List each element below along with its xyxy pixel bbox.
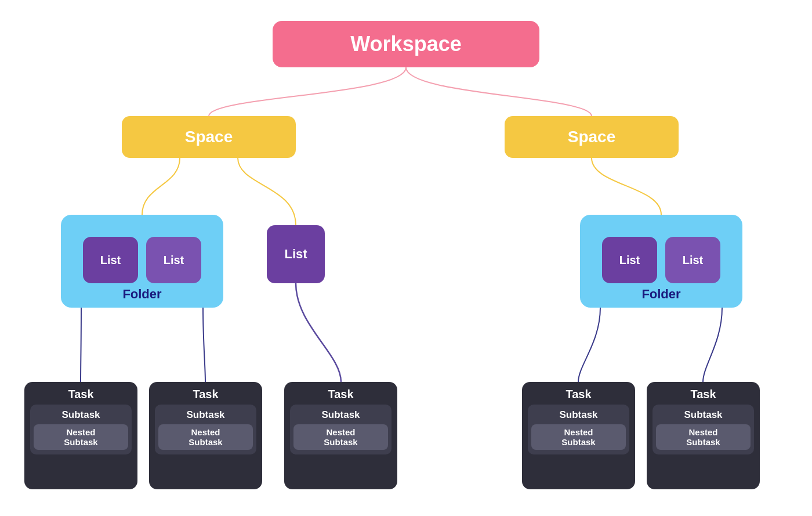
task1-inner: Subtask NestedSubtask <box>30 405 132 454</box>
list-fr2-label: List <box>683 254 704 267</box>
task2-label: Task <box>193 388 218 401</box>
task2-nested: NestedSubtask <box>158 424 253 450</box>
task4-nested: NestedSubtask <box>531 424 626 450</box>
task3-nested: NestedSubtask <box>293 424 388 450</box>
task2-subtask: Subtask <box>186 409 224 421</box>
workspace-label: Workspace <box>350 32 461 56</box>
list-node-fl1: List <box>83 237 138 283</box>
task1-label: Task <box>68 388 93 401</box>
folder-right-node: List List Folder <box>580 215 742 308</box>
task4-subtask: Subtask <box>559 409 597 421</box>
list-node-fr1: List <box>602 237 657 283</box>
list-node-fl2: List <box>146 237 201 283</box>
task3-node: Task Subtask NestedSubtask <box>284 382 397 489</box>
list-node-fr2: List <box>665 237 720 283</box>
folder-right-label: Folder <box>641 287 680 302</box>
space-left-node: Space <box>122 116 296 158</box>
task5-node: Task Subtask NestedSubtask <box>647 382 760 489</box>
task1-subtask: Subtask <box>61 409 100 421</box>
task3-subtask: Subtask <box>321 409 360 421</box>
folder-right-lists: List List <box>602 237 720 283</box>
space-left-label: Space <box>185 128 233 146</box>
folder-left-label: Folder <box>122 287 161 302</box>
folder-left-lists: List List <box>83 237 201 283</box>
task3-label: Task <box>328 388 353 401</box>
list-fr1-label: List <box>619 254 640 267</box>
task1-node: Task Subtask NestedSubtask <box>24 382 137 489</box>
workspace-node: Workspace <box>273 21 539 67</box>
standalone-list-node: List <box>267 225 325 283</box>
task2-node: Task Subtask NestedSubtask <box>149 382 262 489</box>
standalone-list-label: List <box>284 247 307 262</box>
task5-subtask: Subtask <box>684 409 722 421</box>
list-fl2-label: List <box>164 254 184 267</box>
task4-label: Task <box>566 388 591 401</box>
task5-inner: Subtask NestedSubtask <box>652 405 754 454</box>
task1-nested: NestedSubtask <box>34 424 128 450</box>
folder-left-node: List List Folder <box>61 215 223 308</box>
task4-inner: Subtask NestedSubtask <box>528 405 629 454</box>
task4-node: Task Subtask NestedSubtask <box>522 382 635 489</box>
task2-inner: Subtask NestedSubtask <box>155 405 256 454</box>
task3-inner: Subtask NestedSubtask <box>290 405 392 454</box>
list-fl1-label: List <box>100 254 121 267</box>
task5-label: Task <box>690 388 716 401</box>
task5-nested: NestedSubtask <box>656 424 751 450</box>
diagram: Workspace Space Space List List Folder L… <box>0 0 812 516</box>
space-right-label: Space <box>568 128 616 146</box>
space-right-node: Space <box>505 116 679 158</box>
